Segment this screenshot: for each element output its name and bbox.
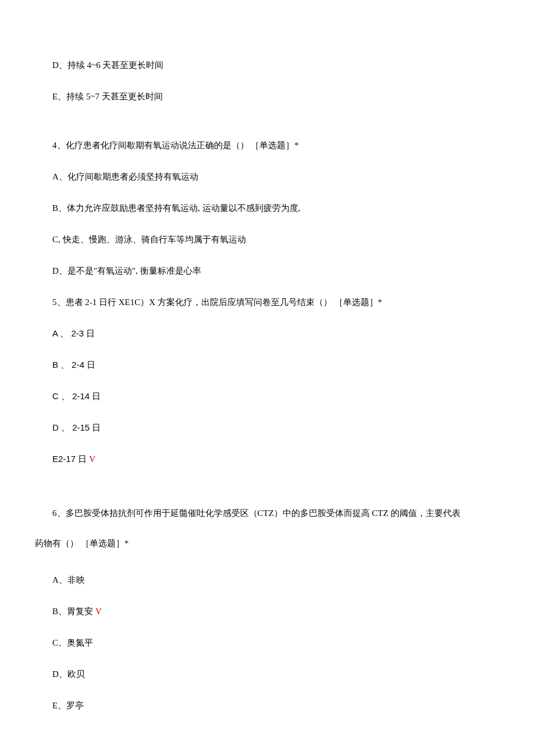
q4-option-a: A、化疗间歇期患者必须坚持有氧运动 — [35, 170, 500, 184]
question-text: 5、患者 2-1 日行 XE1C）X 方案化疗，出院后应填写问卷至几号结束（） … — [52, 298, 382, 307]
q4-option-c: C, 快走、慢跑、游泳、骑自行车等均属于有氧运动 — [35, 232, 500, 246]
option-text: C、奥氮平 — [52, 638, 93, 647]
q4-option-b: B、体力允许应鼓励患者坚持有氧运动, 运动量以不感到疲劳为度, — [35, 201, 500, 215]
option-text: B、体力允许应鼓励患者坚持有氧运动, 运动量以不感到疲劳为度, — [52, 203, 300, 213]
option-text: D、欧贝 — [52, 669, 85, 679]
q4-stem: 4、化疗患者化疗间歇期有氧运动说法正确的是（） ［单选题］* — [35, 138, 500, 152]
q-prev-option-e: E、持续 5~7 天甚至更长时间 — [35, 89, 500, 103]
q6-option-e: E、罗亭 — [35, 698, 500, 712]
q6-option-d: D、欧贝 — [35, 667, 500, 681]
option-text: C 、 2-14 日 — [52, 391, 101, 401]
q5-option-a: A 、 2-3 日 — [35, 327, 500, 341]
option-text: D、是不是"有氧运动", 衡量标准是心率 — [52, 266, 201, 275]
option-text: A、非映 — [52, 575, 85, 585]
q6-stem-line2: 药物有（） ［单选题］* — [35, 531, 500, 556]
option-text: C, 快走、慢跑、游泳、骑自行车等均属于有氧运动 — [52, 235, 246, 244]
option-text: A、化疗间歇期患者必须坚持有氧运动 — [52, 172, 198, 181]
q-prev-option-d: D、持续 4~6 天甚至更长时间 — [35, 58, 500, 72]
option-text: E、罗亭 — [52, 701, 84, 710]
q4-option-d: D、是不是"有氧运动", 衡量标准是心率 — [35, 264, 500, 278]
check-mark-icon: V — [89, 454, 95, 464]
option-text: B 、 2-4 日 — [52, 360, 95, 370]
option-text: E、持续 5~7 天甚至更长时间 — [52, 92, 163, 101]
question-text: 药物有（） ［单选题］* — [35, 539, 129, 548]
q6-option-b: B、胃复安V — [35, 604, 500, 618]
q5-option-e: E2-17 日V — [35, 452, 500, 466]
q6-option-c: C、奥氮平 — [35, 636, 500, 650]
question-text: 4、化疗患者化疗间歇期有氧运动说法正确的是（） ［单选题］* — [52, 141, 299, 150]
q5-option-c: C 、 2-14 日 — [35, 389, 500, 403]
option-text: D、持续 4~6 天甚至更长时间 — [52, 60, 163, 70]
q5-option-d: D 、 2-15 日 — [35, 421, 500, 435]
option-text: E2-17 日 — [52, 454, 87, 464]
q6-stem-line1: 6、多巴胺受体拮抗剂可作用于延髓催吐化学感受区（CTZ）中的多巴胺受体而提高 C… — [35, 501, 500, 525]
check-mark-icon: V — [95, 607, 102, 616]
option-text: B、胃复安 — [52, 607, 93, 616]
q5-stem: 5、患者 2-1 日行 XE1C）X 方案化疗，出院后应填写问卷至几号结束（） … — [35, 295, 500, 309]
q5-option-b: B 、 2-4 日 — [35, 358, 500, 372]
question-text: 6、多巴胺受体拮抗剂可作用于延髓催吐化学感受区（CTZ）中的多巴胺受体而提高 C… — [52, 508, 461, 518]
option-text: A 、 2-3 日 — [52, 328, 95, 338]
q6-option-a: A、非映 — [35, 573, 500, 587]
option-text: D 、 2-15 日 — [52, 422, 101, 432]
